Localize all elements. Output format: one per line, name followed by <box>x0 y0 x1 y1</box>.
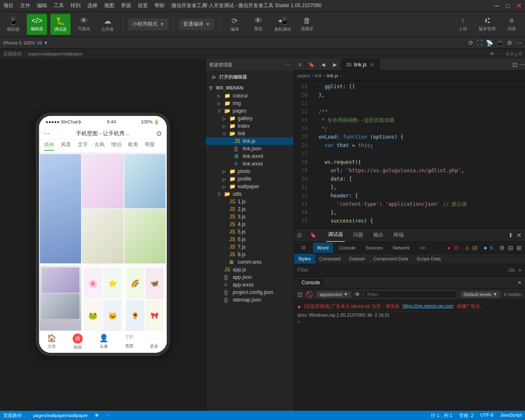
tab-back[interactable]: ◀ <box>318 62 329 68</box>
file-tree-more[interactable]: ⋯ <box>286 62 290 68</box>
style-tab-computed[interactable]: Computed <box>315 254 345 264</box>
tab-bookmark[interactable]: 🔖 <box>306 62 318 68</box>
folder-gallery[interactable]: ▷ 📁 gallery <box>206 115 294 122</box>
folder-link[interactable]: ▽ 📂 link <box>206 130 294 137</box>
file-2js[interactable]: JS 2.js <box>206 205 294 213</box>
sub-tab-wxml-label[interactable]: Wxml <box>313 243 333 253</box>
devtools-tab-problems[interactable]: 问题 <box>352 228 365 242</box>
style-tab-dataset[interactable]: Dataset <box>345 254 369 264</box>
console-close-icon[interactable]: ✕ <box>517 280 522 286</box>
devtools-settings-icon[interactable]: ⚙ <box>499 244 505 251</box>
file-appwxss[interactable]: # app.wxss <box>206 281 294 289</box>
folder-img[interactable]: ▷ 📁 img <box>206 100 294 107</box>
phone-bottom-illus[interactable]: 插 插画 <box>73 333 83 350</box>
cloud-btn[interactable]: ☁ 云开发 <box>97 14 118 35</box>
eye-toggle-icon[interactable]: 👁 <box>354 291 360 298</box>
menu-item-wechat[interactable]: 微信开发者工具 <box>171 2 207 9</box>
wx-wenan-header[interactable]: ▽ WX_WENAN <box>206 84 294 92</box>
breadcrumb-more[interactable]: ... <box>343 73 347 78</box>
sub-tab-sources[interactable]: Sources <box>362 243 387 253</box>
folder-colorui[interactable]: ▷ 📁 colorui <box>206 92 294 100</box>
split-editor-icon[interactable]: ⊡ <box>512 61 517 68</box>
folder-pages[interactable]: ▽ 📂 pages <box>206 107 294 115</box>
menu-item-select[interactable]: 选择 <box>87 2 97 9</box>
file-1js[interactable]: JS 1.js <box>206 198 294 205</box>
phone-tab-oumei[interactable]: 欧美 <box>128 141 138 151</box>
menu-item-file[interactable]: 文件 <box>20 2 30 9</box>
sub-tab-network[interactable]: Network <box>388 243 414 253</box>
version-btn[interactable]: ⑆ 版本管理 <box>476 14 498 35</box>
sub-tab-console[interactable]: Console <box>335 243 360 253</box>
file-7js[interactable]: JS 7.js <box>206 243 294 251</box>
phone-image-6[interactable] <box>40 266 81 333</box>
more-tabs-icon[interactable]: ⋯ <box>519 61 525 68</box>
path-more-icon[interactable]: ⋯ <box>498 51 502 57</box>
detail-btn[interactable]: ≡ 详情 <box>501 14 522 35</box>
file-8js[interactable]: JS 8.js <box>206 251 294 258</box>
folder-utils[interactable]: ▽ 📂 utils <box>206 190 294 198</box>
network-icon[interactable]: 📡 <box>486 39 493 46</box>
menu-item-view[interactable]: 视图 <box>104 2 114 9</box>
file-sitemap[interactable]: {} sitemap.json <box>206 296 294 304</box>
menu-item-edit[interactable]: 编辑 <box>37 2 47 9</box>
devtools-tab-debugger[interactable]: 调试器 <box>326 228 345 242</box>
clear-cache-btn[interactable]: 🗑 清缓存 <box>297 14 317 35</box>
breadcrumb-link-js[interactable]: link.js <box>327 73 339 78</box>
file-link-js[interactable]: JS link.js <box>206 137 294 145</box>
devtools-icon-left[interactable]: ⊡ <box>297 232 302 238</box>
devtools-filter-icon[interactable]: ⊟ <box>508 244 513 251</box>
level-dropdown[interactable]: Default levels ▼ <box>460 291 501 298</box>
style-tab-styles[interactable]: Styles <box>294 254 315 264</box>
upload-btn[interactable]: ↑ 上传 <box>453 14 473 35</box>
devtools-expand-icon[interactable]: ⬆ <box>508 232 513 239</box>
phone-bottom-home[interactable]: 🏠 文室 <box>47 333 56 350</box>
devtools-tab-output[interactable]: 输出 <box>372 228 385 242</box>
breadcrumb-pages[interactable]: pages <box>297 73 310 78</box>
phone-bottom-map[interactable]: 🗺 着图 <box>125 333 134 350</box>
devtools-icon-bookmark[interactable]: 🔖 <box>310 232 316 238</box>
phone-image-4[interactable] <box>82 209 123 263</box>
folder-wallpaper[interactable]: ▷ 📁 wallpaper <box>206 183 294 190</box>
phone-image-2[interactable] <box>82 154 123 208</box>
sub-tab-wxml[interactable]: ⊡ <box>297 243 310 253</box>
file-commwxs[interactable]: ⊞ comm.wxs <box>206 258 294 266</box>
menu-item-help[interactable]: 帮助 <box>155 2 165 9</box>
file-projectconfig[interactable]: {} project.config.json <box>206 289 294 296</box>
menu-item-goto[interactable]: 转到 <box>71 2 81 9</box>
phone-back-icon[interactable]: ··· <box>44 130 50 137</box>
phone-image-8[interactable]: 🌈 🦋 🌻 🎀 <box>124 266 166 333</box>
filter-input[interactable] <box>297 267 507 273</box>
prompt-icon[interactable]: > <box>297 319 300 324</box>
cls-badge[interactable]: .cls <box>507 267 515 273</box>
style-tab-scope-data[interactable]: Scope Data <box>412 254 445 264</box>
debugger-btn[interactable]: 🐛 调试器 <box>50 14 71 35</box>
phone-tab-qinglv[interactable]: 情侣 <box>111 141 121 151</box>
menu-item-tools[interactable]: 工具 <box>54 2 64 9</box>
phone-bottom-avatar[interactable]: 👤 头像 <box>99 333 108 350</box>
close-btn[interactable]: ✕ <box>516 2 522 10</box>
file-4js[interactable]: JS 4.js <box>206 220 294 228</box>
file-link-json[interactable]: {} link.json <box>206 145 294 152</box>
status-eye-icon[interactable]: 👁 <box>94 413 99 418</box>
visual-btn[interactable]: 👁 可视化 <box>74 14 94 35</box>
file-appjson[interactable]: {} app.json <box>206 273 294 281</box>
preview-btn[interactable]: 👁 预览 <box>248 14 268 35</box>
mode-dropdown[interactable]: 小程序模式 ▼ <box>128 18 168 30</box>
minimize-btn[interactable]: ─ <box>494 2 499 10</box>
eye-icon[interactable]: 👁 <box>490 51 494 57</box>
editor-btn[interactable]: </> 编辑器 <box>27 14 47 35</box>
devtools-layout-icon[interactable]: ⊞ <box>517 244 522 251</box>
status-more-icon[interactable]: ⋯ <box>106 413 110 418</box>
maximize-btn[interactable]: □ <box>506 3 509 9</box>
breadcrumb-link[interactable]: link <box>315 73 322 78</box>
tab-list-icon[interactable]: ≡ <box>294 62 306 68</box>
devtools-close-icon[interactable]: ✕ <box>517 232 522 239</box>
devtools-tab-terminal[interactable]: 终端 <box>392 228 405 242</box>
phone-image-1[interactable] <box>40 154 81 263</box>
file-appjs[interactable]: JS app.js <box>206 266 294 273</box>
file-3js[interactable]: JS 3.js <box>206 213 294 220</box>
phone-tab-mingxing[interactable]: 明星 <box>145 141 155 151</box>
appservice-dropdown[interactable]: appservice ▼ <box>316 291 351 298</box>
console-title[interactable]: Console <box>297 279 324 286</box>
phone-tab-gufeng[interactable]: 古风 <box>94 141 105 151</box>
